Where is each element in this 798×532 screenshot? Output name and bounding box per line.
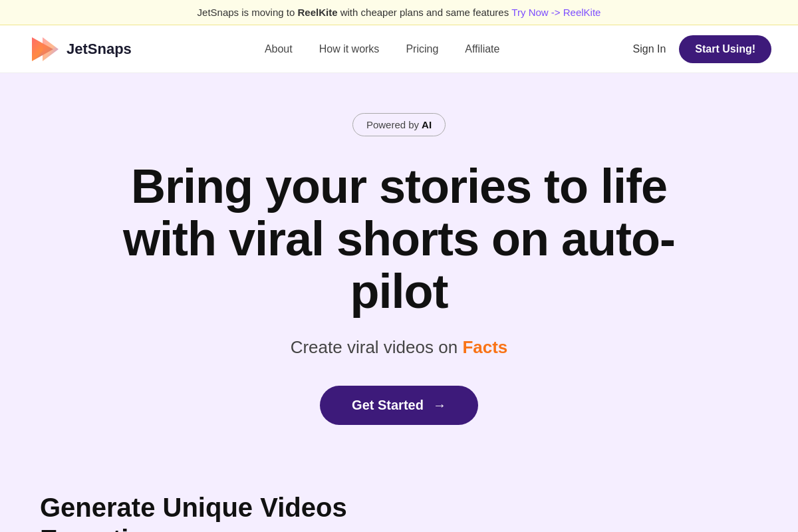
announcement-text: JetSnaps is moving to ReelKite with chea… bbox=[198, 7, 601, 18]
generate-title: Generate Unique Videos Everytime bbox=[40, 491, 372, 532]
powered-by-badge: Powered by AI bbox=[352, 113, 446, 136]
generate-section: Generate Unique Videos Everytime Select … bbox=[0, 452, 798, 532]
highlight-word: Facts bbox=[462, 337, 507, 357]
nav-item-pricing[interactable]: Pricing bbox=[406, 43, 438, 55]
hero-section: Powered by AI Bring your stories to life… bbox=[0, 73, 798, 452]
navbar: JetSnaps About How it works Pricing Affi… bbox=[0, 25, 798, 73]
nav-logo-group: JetSnaps bbox=[27, 33, 132, 65]
nav-item-how-it-works[interactable]: How it works bbox=[319, 43, 380, 55]
nav-right: Sign In Start Using! bbox=[633, 35, 771, 63]
logo-icon bbox=[27, 33, 59, 65]
sign-in-button[interactable]: Sign In bbox=[633, 43, 666, 55]
arrow-right-icon: → bbox=[433, 398, 446, 413]
ai-label: AI bbox=[422, 119, 432, 130]
nav-link-about[interactable]: About bbox=[265, 43, 293, 55]
brand-name: JetSnaps bbox=[66, 41, 132, 58]
nav-link-pricing[interactable]: Pricing bbox=[406, 43, 438, 55]
hero-subtitle: Create viral videos on Facts bbox=[291, 337, 508, 358]
nav-link-affiliate[interactable]: Affiliate bbox=[465, 43, 499, 55]
announcement-banner: JetSnaps is moving to ReelKite with chea… bbox=[0, 0, 798, 25]
get-started-button[interactable]: Get Started → bbox=[320, 386, 478, 425]
nav-link-how-it-works[interactable]: How it works bbox=[319, 43, 380, 55]
hero-title: Bring your stories to life with viral sh… bbox=[100, 160, 698, 319]
svg-marker-1 bbox=[43, 37, 59, 61]
nav-item-affiliate[interactable]: Affiliate bbox=[465, 43, 499, 55]
start-using-button[interactable]: Start Using! bbox=[679, 35, 771, 63]
nav-links: About How it works Pricing Affiliate bbox=[265, 43, 500, 55]
nav-item-about[interactable]: About bbox=[265, 43, 293, 55]
announcement-cta[interactable]: Try Now -> ReelKite bbox=[511, 7, 600, 18]
